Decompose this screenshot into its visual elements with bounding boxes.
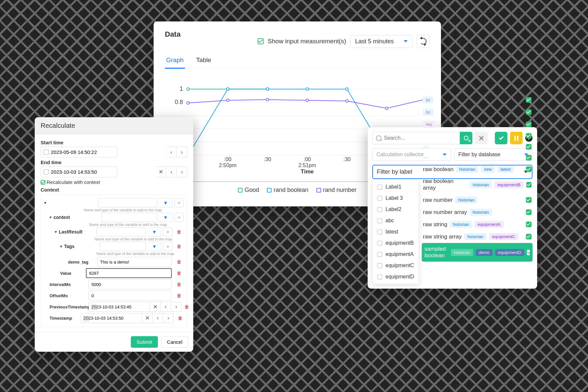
tab-graph[interactable]: Graph (165, 56, 185, 69)
context-add-button[interactable]: + (174, 213, 184, 222)
check-icon (526, 122, 532, 127)
search-button[interactable] (460, 132, 472, 144)
result-row[interactable]: raw booleanhistoriannewlatest (422, 163, 533, 175)
offsetms-input[interactable] (89, 291, 172, 301)
result-row[interactable]: raw stringhistorianequipmentA (422, 218, 533, 231)
time-range-value: Last 5 minutes (355, 38, 394, 45)
svg-point-23 (226, 88, 229, 90)
context-tree: ▾ ▾+ Name and type of the variable to ad… (41, 195, 187, 327)
end-clear-button[interactable]: ✕ (156, 166, 166, 177)
result-row[interactable]: raw string arrayhistorianequipmentC (422, 231, 533, 243)
end-time-label: End time (41, 160, 187, 165)
check-icon (526, 97, 532, 103)
time-range-select[interactable]: Last 5 minutes (350, 35, 413, 48)
checkbox-icon (377, 241, 382, 246)
context-name-input[interactable] (101, 213, 157, 222)
svg-point-32 (306, 99, 309, 102)
dropdown-item[interactable]: Label2 (373, 204, 419, 215)
root-type-select[interactable]: ▾ (159, 198, 172, 207)
dropdown-item[interactable]: abc (373, 215, 419, 226)
svg-point-24 (266, 88, 269, 90)
legend-good[interactable]: Good (238, 187, 259, 194)
svg-text:0.8: 0.8 (175, 99, 183, 105)
close-icon (479, 135, 484, 141)
result-row[interactable] (422, 152, 533, 163)
search-input[interactable] (372, 132, 460, 144)
trash-icon[interactable]: 🗑 (174, 227, 184, 236)
result-row[interactable]: mo (422, 118, 533, 130)
ts-input[interactable] (81, 313, 142, 323)
context-label: Context (41, 187, 187, 193)
start-prev-button[interactable]: ‹ (166, 147, 177, 158)
dropdown-item[interactable]: equipmentD (373, 271, 419, 282)
intervalms-input[interactable] (89, 279, 172, 289)
submit-button[interactable]: Submit (131, 336, 158, 348)
recalculate-title: Recalculate (35, 117, 193, 134)
start-next-button[interactable]: › (177, 147, 187, 158)
legend-rand-number[interactable]: rand number (316, 187, 357, 194)
tabs: Graph Table (165, 56, 430, 68)
svg-point-19 (187, 88, 189, 90)
checkbox-icon (377, 185, 382, 190)
caret-icon[interactable]: ▾ (44, 200, 46, 205)
search-icon (464, 136, 468, 140)
svg-text:2:50pm: 2:50pm (219, 162, 237, 168)
start-time-input[interactable] (41, 147, 117, 158)
checkbox-show-input[interactable] (258, 38, 264, 44)
result-row[interactable]: bc (422, 94, 533, 106)
checkbox-icon (377, 218, 382, 223)
svg-text::30: :30 (343, 156, 350, 162)
refresh-button[interactable] (417, 35, 430, 48)
refresh-icon (420, 38, 426, 45)
checkbox-icon (377, 252, 382, 257)
check-icon (526, 109, 532, 115)
dropdown-item[interactable]: Label 3 (373, 193, 419, 204)
result-row[interactable]: raw numberhistorian (422, 194, 533, 206)
prevts-input[interactable] (89, 302, 150, 312)
checkbox-icon (377, 196, 382, 201)
checkbox-icon (377, 274, 382, 279)
dropdown-item[interactable]: equipmentA (373, 249, 419, 260)
check-icon (527, 250, 530, 255)
dropdown-item[interactable]: equipmentC (373, 260, 419, 271)
recalc-with-context[interactable]: Recalculate with context (41, 179, 187, 185)
svg-text:Time: Time (301, 168, 313, 175)
legend-rand-boolean[interactable]: rand boolean (267, 187, 308, 194)
check-icon (526, 144, 532, 150)
result-row[interactable]: raw boolean arrayhistorianequipmentB (422, 175, 533, 194)
label-dropdown: Label1Label 3Label2abclatestequipmentBeq… (372, 180, 419, 284)
check-icon (526, 209, 532, 215)
end-prev-button[interactable]: ‹ (166, 166, 177, 177)
dropdown-item[interactable]: Label1 (373, 181, 419, 193)
checkbox-icon (377, 230, 382, 234)
svg-point-31 (266, 98, 269, 101)
chevron-down-icon (404, 40, 408, 42)
result-row[interactable]: raw number arrayhistorian (422, 206, 533, 218)
end-next-button[interactable]: › (177, 166, 187, 177)
search-wrap (372, 132, 472, 144)
cancel-button[interactable]: Cancel (161, 336, 188, 348)
start-time-label: Start time (41, 140, 187, 145)
svg-text:2:51pm: 2:51pm (298, 162, 316, 168)
svg-text:1: 1 (180, 86, 183, 92)
check-icon (526, 182, 532, 188)
check-icon (526, 222, 532, 227)
svg-point-29 (187, 102, 189, 104)
results-list: bcbcmoraw booleanhistoriannewlatestraw b… (419, 94, 533, 262)
demo-tag-input[interactable] (97, 257, 172, 267)
tab-table[interactable]: Table (195, 56, 212, 68)
check-icon (526, 155, 532, 160)
checkbox-icon (377, 263, 382, 268)
end-time-input[interactable] (41, 166, 117, 177)
checkbox-icon (377, 207, 382, 212)
root-add-button[interactable]: + (174, 198, 184, 207)
show-input-label: Show input measurement(s) (268, 38, 346, 45)
value-input[interactable] (86, 268, 172, 278)
dropdown-item[interactable]: latest (373, 226, 419, 237)
dropdown-item[interactable]: equipmentB (373, 237, 419, 249)
check-icon (526, 234, 532, 239)
result-row[interactable]: sampled booleanhistoriandemoequipmentD (422, 243, 533, 262)
root-name-input[interactable] (98, 198, 157, 207)
result-row[interactable]: bc (422, 106, 533, 118)
svg-point-25 (306, 88, 309, 90)
